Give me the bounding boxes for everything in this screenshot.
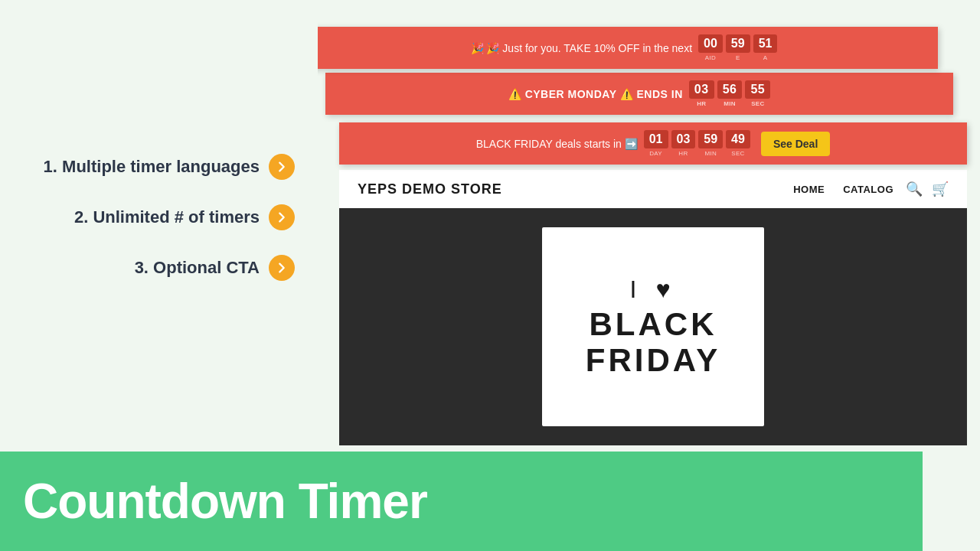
- banner-1-timer: 00 AID 59 E 51 A: [698, 34, 777, 61]
- banner-3: BLACK FRIDAY deals starts in ➡️ 01 DAY 0…: [339, 122, 967, 165]
- banner-3-text: BLACK FRIDAY deals starts in ➡️: [476, 138, 638, 150]
- feature-1-arrow[interactable]: [269, 154, 295, 180]
- bottom-bar-title: Countdown Timer: [23, 473, 427, 530]
- banner2-ss: 55 SEC: [745, 80, 770, 107]
- nav-home[interactable]: HOME: [793, 184, 825, 195]
- feature-3-arrow[interactable]: [269, 255, 295, 281]
- store-container: YEPS DEMO STORE HOME CATALOG 🔍 🛒 I ♥ BLA…: [339, 170, 967, 445]
- banner-3-timer: 01 DAY 03 HR 59 MIN 49 SEC: [644, 130, 750, 157]
- store-hero: I ♥ BLACK FRIDAY: [339, 208, 967, 445]
- lightbox-line1: I ♥: [630, 276, 677, 304]
- banner3-mm: 59 MIN: [698, 130, 723, 157]
- banner3-dd: 01 DAY: [644, 130, 668, 157]
- banner3-hh: 03 HR: [671, 130, 696, 157]
- feature-item-2: 2. Unlimited # of timers: [23, 204, 295, 230]
- store-nav: YEPS DEMO STORE HOME CATALOG 🔍 🛒: [339, 170, 967, 208]
- banner1-ss: 51 A: [753, 34, 778, 61]
- banner-2-text: ⚠️ CYBER MONDAY ⚠️ ENDS IN: [508, 88, 683, 100]
- nav-links: HOME CATALOG: [793, 184, 893, 195]
- arrow-right-icon-2: [275, 210, 289, 224]
- lightbox-sign: I ♥ BLACK FRIDAY: [542, 227, 764, 426]
- lightbox-line2: BLACK: [590, 307, 717, 342]
- nav-icons: 🔍 🛒: [906, 181, 949, 197]
- lightbox-line3: FRIDAY: [586, 343, 720, 378]
- store-logo: YEPS DEMO STORE: [358, 181, 793, 197]
- search-icon[interactable]: 🔍: [906, 181, 923, 197]
- feature-2-arrow[interactable]: [269, 204, 295, 230]
- arrow-right-icon-3: [275, 261, 289, 275]
- feature-2-text: 2. Unlimited # of timers: [74, 207, 260, 227]
- feature-item-1: 1. Multiple timer languages: [23, 154, 295, 180]
- cart-icon[interactable]: 🛒: [932, 181, 949, 197]
- banner-2-timer: 03 HR 56 MIN 55 SEC: [689, 80, 770, 107]
- bottom-bar: Countdown Timer: [0, 452, 923, 551]
- banner3-ss: 49 SEC: [726, 130, 750, 157]
- feature-3-text: 3. Optional CTA: [135, 258, 260, 278]
- feature-item-3: 3. Optional CTA: [23, 255, 295, 281]
- see-deal-button[interactable]: See Deal: [761, 132, 830, 156]
- banner2-mm: 56 MIN: [717, 80, 743, 107]
- feature-1-text: 1. Multiple timer languages: [44, 157, 260, 177]
- banner-1: 🎉 🎉 Just for you. TAKE 10% OFF in the ne…: [318, 27, 938, 69]
- banner-2: ⚠️ CYBER MONDAY ⚠️ ENDS IN 03 HR 56 MIN …: [325, 73, 953, 115]
- banner1-hh: 00 AID: [698, 34, 723, 61]
- arrow-right-icon: [275, 160, 289, 174]
- banner1-mm: 59 E: [726, 34, 750, 61]
- banner-1-text: 🎉 🎉 Just for you. TAKE 10% OFF in the ne…: [471, 42, 692, 54]
- banner2-hh: 03 HR: [689, 80, 714, 107]
- nav-catalog[interactable]: CATALOG: [843, 184, 893, 195]
